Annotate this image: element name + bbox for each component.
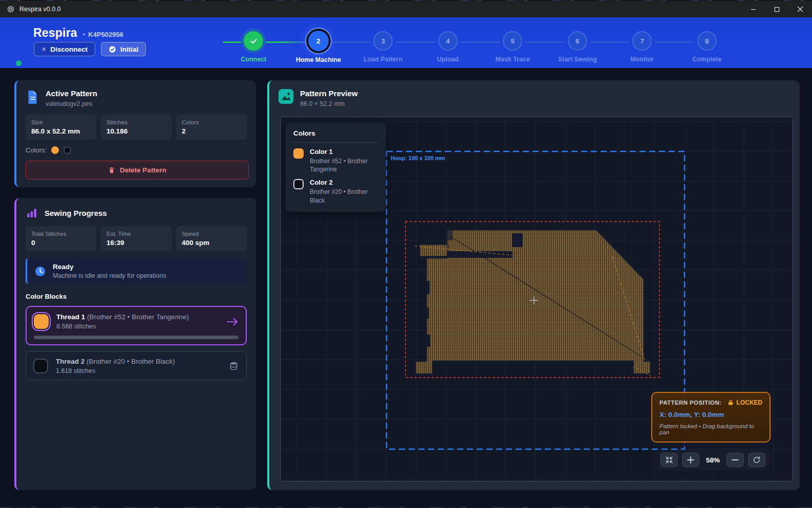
arrow-right-icon: [226, 317, 239, 326]
fit-to-screen-button[interactable]: [660, 453, 678, 467]
stat-est-time: Est. Time 16:39: [101, 226, 172, 251]
colors-legend: Colors Color 1 Brother #52 • Brother Tan…: [286, 123, 386, 212]
stat-speed: Speed 400 spm: [176, 226, 247, 251]
color-blocks-heading: Color Blocks: [26, 293, 247, 300]
zoom-level: 58%: [703, 456, 722, 464]
thread-2-name: Thread 2 (Brother #20 • Brother Black): [56, 358, 175, 365]
zoom-in-button[interactable]: [682, 453, 699, 467]
layers-stack-icon: [228, 361, 239, 371]
active-pattern-card: Active Pattern valetudogv2.pes Size 86.0…: [14, 80, 256, 187]
compress-icon: [665, 456, 673, 464]
window-title: Respira v0.0.0: [19, 6, 61, 13]
plus-icon: [687, 456, 694, 463]
thread-block-2[interactable]: Thread 2 (Brother #20 • Brother Black) 1…: [26, 351, 247, 380]
delete-pattern-button[interactable]: Delete Pattern: [26, 161, 249, 180]
lock-icon: [728, 400, 734, 406]
machine-status-banner: Ready Machine is idle and ready for oper…: [26, 258, 247, 284]
step-upload[interactable]: 4 Upload: [416, 29, 481, 63]
pattern-coordinates: X: 0.0mm, Y: 0.0mm: [659, 411, 762, 418]
main-content: Active Pattern valetudogv2.pes Size 86.0…: [0, 68, 812, 508]
step-home-machine[interactable]: 2 Home Machine: [286, 29, 351, 63]
pattern-canvas[interactable]: Hoop: 100 x 100 mm: [280, 117, 793, 481]
stat-colors: Colors 2: [176, 115, 247, 140]
initial-button[interactable]: Initial: [101, 42, 146, 56]
active-pattern-title: Active Pattern: [46, 89, 97, 98]
colors-label: Colors:: [26, 146, 47, 154]
legend-entry-color-2: Color 2 Brother #20 • Brother Black: [293, 179, 378, 204]
step-monitor[interactable]: 7 Monitor: [610, 29, 675, 63]
disconnect-button[interactable]: ✕ Disconnect: [34, 42, 95, 56]
step-connect[interactable]: Connect: [221, 29, 286, 63]
close-x-icon: ✕: [41, 46, 46, 53]
pan-hint: Pattern locked • Drag background to pan: [659, 423, 762, 435]
status-description: Machine is idle and ready for operations: [53, 272, 166, 279]
thread-color-dot-black: [63, 146, 71, 154]
trash-icon: [108, 166, 115, 174]
legend-swatch-black: [293, 179, 304, 189]
machine-serial: •K4P502956: [83, 31, 123, 38]
thread-color-dot-orange: [51, 146, 59, 154]
maximize-button[interactable]: [765, 1, 788, 17]
thread-1-stitches: 8.568 stitches: [56, 323, 189, 330]
stat-total-stitches: Total Stitches 0: [26, 226, 96, 251]
check-icon: [249, 37, 258, 46]
check-circle-icon: [109, 46, 116, 53]
legend-title: Colors: [293, 129, 378, 137]
step-start-sewing[interactable]: 6 Start Sewing: [545, 29, 610, 63]
brand-title: Respira: [33, 26, 77, 40]
stat-stitches: Stitches 10.186: [101, 115, 172, 140]
pattern-preview-title: Pattern Preview: [300, 89, 358, 98]
bar-chart-icon: [26, 207, 38, 219]
step-circle-complete[interactable]: [244, 31, 263, 51]
stat-size: Size 86.0 x 52.2 mm: [26, 115, 96, 140]
step-load-pattern[interactable]: 3 Load Pattern: [351, 29, 416, 63]
legend-swatch-orange: [293, 148, 304, 159]
image-icon: [279, 89, 293, 104]
sewing-progress-card: Sewing Progress Total Stitches 0 Est. Ti…: [14, 198, 256, 490]
minus-icon: [732, 456, 739, 463]
step-circle-active[interactable]: 2: [308, 31, 329, 51]
pattern-dimensions: 86.0 × 52.2 mm: [300, 100, 358, 107]
workflow-stepper: Connect 2 Home Machine 3 Load Pattern 4 …: [221, 29, 739, 63]
clock-icon: [34, 266, 46, 277]
thread-2-swatch: [33, 359, 48, 373]
close-button[interactable]: [788, 1, 812, 17]
hoop-label: Hoop: 100 x 100 mm: [391, 155, 445, 161]
thread-1-name: Thread 1 (Brother #52 • Brother Tangerin…: [56, 313, 189, 321]
thread-block-1[interactable]: Thread 1 (Brother #52 • Brother Tangerin…: [26, 306, 247, 345]
zoom-controls: 58%: [656, 450, 770, 470]
app-header: Respira •K4P502956 ✕ Disconnect Initial …: [0, 17, 812, 68]
pattern-preview-card: Pattern Preview 86.0 × 52.2 mm: [267, 80, 800, 490]
thread-1-swatch: [34, 314, 49, 329]
thread-2-stitches: 1.618 stitches: [56, 367, 175, 374]
status-title: Ready: [53, 263, 166, 271]
app-icon: [7, 5, 15, 13]
minimize-button[interactable]: [741, 1, 765, 17]
thread-1-progress-bar: [34, 336, 239, 339]
file-icon: [26, 90, 39, 104]
legend-divider: [293, 142, 378, 143]
connection-status-dot: [16, 60, 22, 66]
zoom-out-button[interactable]: [726, 453, 744, 467]
pattern-position-overlay: PATTERN POSITION: LOCKED X: 0.0mm, Y: 0.…: [651, 392, 771, 443]
step-mask-trace[interactable]: 5 Mask Trace: [480, 29, 545, 63]
sewing-progress-title: Sewing Progress: [45, 209, 107, 217]
legend-entry-color-1: Color 1 Brother #52 • Brother Tangerine: [293, 148, 378, 173]
lock-status: LOCKED: [728, 399, 762, 406]
pattern-position-label: PATTERN POSITION:: [659, 400, 721, 406]
refresh-icon: [753, 456, 761, 464]
step-complete[interactable]: 8 Complete: [675, 29, 740, 63]
window-titlebar: Respira v0.0.0: [0, 1, 812, 17]
pattern-filename: valetudogv2.pes: [46, 100, 97, 107]
reset-view-button[interactable]: [748, 453, 765, 467]
